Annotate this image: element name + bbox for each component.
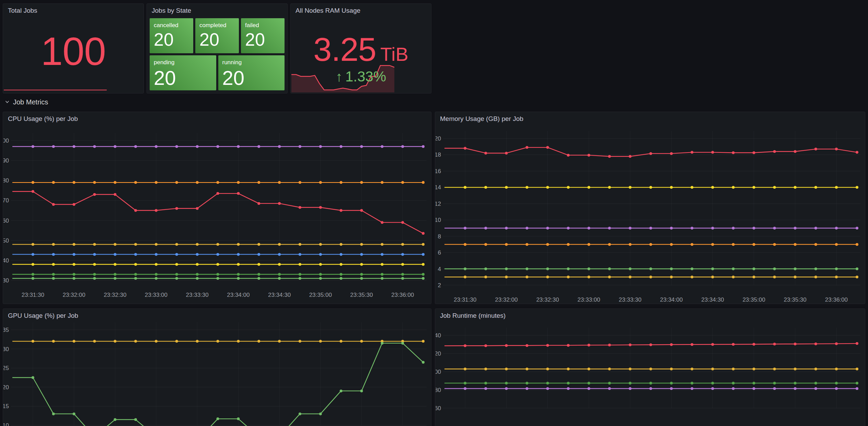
cpu-chart-area[interactable]: 3040506070809010023:31:3023:32:0023:32:3… (3, 124, 431, 303)
svg-text:15: 15 (3, 403, 9, 410)
svg-text:30: 30 (3, 277, 9, 284)
svg-text:23:35:00: 23:35:00 (742, 296, 765, 303)
panel-memory-usage: Memory Usage (GB) per Job 24681012141618… (435, 112, 865, 304)
svg-text:23:31:30: 23:31:30 (22, 292, 44, 298)
panel-title-gpu[interactable]: GPU Usage (%) per Job (3, 309, 431, 321)
svg-text:14: 14 (436, 184, 441, 191)
state-tiles: cancelled20completed20failed20pending20r… (150, 18, 285, 90)
gpu-chart-area[interactable]: 101520253035 (3, 321, 431, 426)
panel-title-jobs-by-state[interactable]: Jobs by State (147, 4, 287, 16)
state-tile-value: 20 (154, 67, 212, 89)
runtime-chart-area[interactable]: 6080100120140 (436, 321, 865, 426)
state-tile-cancelled: cancelled20 (150, 18, 193, 53)
row-job-metrics[interactable]: Job Metrics (3, 96, 48, 108)
panel-title-memory[interactable]: Memory Usage (GB) per Job (435, 112, 865, 124)
svg-text:23:33:30: 23:33:30 (186, 292, 209, 298)
svg-text:12: 12 (436, 201, 441, 207)
svg-text:6: 6 (438, 249, 441, 256)
state-tile-completed: completed20 (195, 18, 239, 53)
svg-text:23:35:30: 23:35:30 (350, 292, 373, 298)
svg-text:23:32:00: 23:32:00 (62, 292, 85, 298)
state-tile-value: 20 (154, 30, 189, 49)
svg-text:23:32:30: 23:32:30 (104, 292, 126, 298)
svg-text:23:31:30: 23:31:30 (454, 296, 476, 303)
panel-gpu-usage: GPU Usage (%) per Job 101520253035 (3, 309, 431, 426)
grid: 3040506070809010023:31:3023:32:0023:32:3… (3, 133, 427, 298)
svg-text:10: 10 (436, 217, 441, 223)
svg-text:23:34:00: 23:34:00 (227, 292, 250, 298)
svg-text:4: 4 (438, 266, 441, 272)
svg-text:120: 120 (436, 350, 441, 357)
total-jobs-sparkline (4, 88, 107, 92)
mem-chart-svg[interactable]: 246810121416182023:31:3023:32:0023:32:30… (436, 124, 865, 303)
grid: 101520253035 (3, 322, 427, 426)
cpu-chart-svg[interactable]: 3040506070809010023:31:3023:32:0023:32:3… (3, 124, 431, 303)
svg-text:23:35:00: 23:35:00 (309, 292, 332, 298)
svg-text:10: 10 (3, 422, 9, 426)
svg-text:23:34:30: 23:34:30 (268, 292, 291, 298)
series-points-gpu-green (32, 342, 425, 426)
svg-text:80: 80 (436, 387, 441, 393)
svg-text:8: 8 (438, 233, 441, 240)
svg-text:20: 20 (436, 135, 441, 142)
state-tile-value: 20 (199, 30, 235, 49)
svg-text:50: 50 (3, 237, 9, 244)
arrow-up-icon: ↑ (336, 69, 343, 85)
svg-text:80: 80 (3, 177, 9, 184)
svg-text:60: 60 (436, 405, 441, 412)
state-tile-value: 20 (222, 67, 281, 89)
panel-jobs-by-state: Jobs by State cancelled20completed20fail… (147, 3, 288, 93)
svg-text:23:35:30: 23:35:30 (784, 296, 807, 303)
svg-text:23:32:30: 23:32:30 (536, 296, 559, 303)
chevron-down-icon (5, 100, 10, 104)
svg-text:40: 40 (3, 257, 9, 264)
ram-delta: ↑ 1.33% (291, 68, 431, 85)
svg-text:18: 18 (436, 152, 441, 158)
svg-text:70: 70 (3, 197, 9, 204)
ram-unit: TiB (380, 43, 408, 65)
svg-text:100: 100 (3, 137, 9, 144)
state-tile-failed: failed20 (241, 18, 285, 53)
panel-title-total-jobs[interactable]: Total Jobs (3, 4, 143, 16)
series-points-mem-red (464, 146, 858, 158)
gpu-chart-svg[interactable]: 101520253035 (3, 321, 431, 426)
total-jobs-value: 100 (3, 18, 143, 85)
panel-title-ram-usage[interactable]: All Nodes RAM Usage (291, 4, 431, 16)
runtime-chart-svg[interactable]: 6080100120140 (436, 321, 865, 426)
panel-title-cpu[interactable]: CPU Usage (%) per Job (3, 112, 431, 124)
svg-text:23:34:00: 23:34:00 (660, 296, 683, 303)
state-tile-running: running20 (218, 55, 285, 90)
row-title: Job Metrics (13, 98, 48, 106)
state-tile-label: failed (245, 22, 280, 29)
svg-text:100: 100 (436, 369, 441, 375)
grid: 6080100120140 (436, 328, 860, 412)
svg-text:140: 140 (436, 332, 441, 339)
svg-text:16: 16 (436, 168, 441, 175)
panel-total-jobs: Total Jobs 100 (3, 3, 144, 93)
svg-text:23:32:00: 23:32:00 (495, 296, 518, 303)
panel-title-runtime[interactable]: Job Runtime (minutes) (435, 309, 865, 321)
svg-text:90: 90 (3, 157, 9, 164)
state-tile-label: pending (154, 59, 212, 66)
ram-value: 3.25 (313, 31, 376, 68)
svg-text:35: 35 (3, 327, 9, 333)
svg-text:2: 2 (438, 282, 441, 289)
svg-text:23:33:00: 23:33:00 (145, 292, 167, 298)
state-tile-label: running (222, 59, 281, 66)
dashboard: { "colors": { "page_bg": "#111217", "pan… (0, 0, 868, 426)
state-tile-pending: pending20 (150, 55, 216, 90)
ram-delta-value: 1.33% (345, 68, 386, 85)
svg-text:23:34:30: 23:34:30 (701, 296, 724, 303)
svg-text:25: 25 (3, 365, 9, 371)
svg-text:23:33:00: 23:33:00 (578, 296, 600, 303)
state-tile-label: completed (199, 22, 235, 29)
svg-text:20: 20 (3, 384, 9, 391)
ram-value-row: 3.25 TiB (291, 31, 431, 68)
state-tile-value: 20 (245, 30, 280, 49)
panel-ram-usage: All Nodes RAM Usage 3.25 TiB ↑ 1.33% (290, 3, 431, 93)
memory-chart-area[interactable]: 246810121416182023:31:3023:32:0023:32:30… (436, 124, 865, 303)
svg-text:23:36:00: 23:36:00 (825, 296, 848, 303)
svg-text:30: 30 (3, 346, 9, 352)
svg-text:23:36:00: 23:36:00 (391, 292, 414, 298)
svg-text:23:33:30: 23:33:30 (619, 296, 641, 303)
